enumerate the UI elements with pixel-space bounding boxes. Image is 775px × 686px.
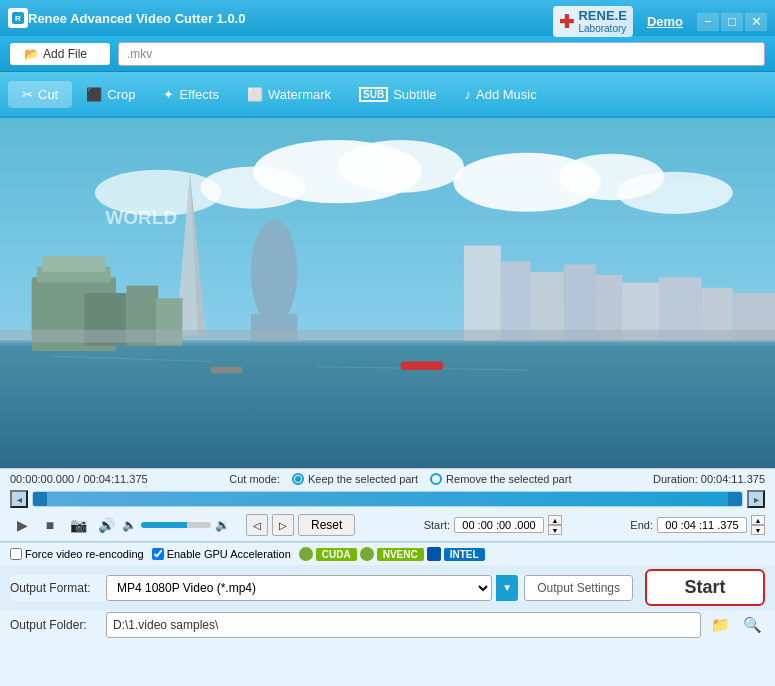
cut-label: Cut <box>38 87 58 102</box>
svg-rect-27 <box>564 265 596 341</box>
start-time-down[interactable]: ▼ <box>548 525 562 535</box>
add-file-button[interactable]: 📂 Add File <box>10 43 110 65</box>
remove-selected-option[interactable]: Remove the selected part <box>430 473 571 485</box>
end-time-down[interactable]: ▼ <box>751 525 765 535</box>
output-settings-button[interactable]: Output Settings <box>524 575 633 601</box>
end-time-input[interactable] <box>657 517 747 533</box>
brand-name-line2: Laboratory <box>578 23 626 34</box>
timeline-right-arrow[interactable]: ▸ <box>747 490 765 508</box>
maximize-button[interactable]: □ <box>721 13 743 31</box>
volume-down-icon: 🔈 <box>122 518 137 532</box>
playback-controls: ▶ ■ 📷 🔊 🔈 🔉 ◁ ▷ Reset Start: ▲ ▼ End: ▲ … <box>10 511 765 539</box>
cut-mode-label: Cut mode: <box>229 473 280 485</box>
minimize-button[interactable]: − <box>697 13 719 31</box>
add-music-tool[interactable]: ♪ Add Music <box>451 81 551 108</box>
brand-name-text: RENE.E Laboratory <box>578 9 626 34</box>
top-bar: 📂 Add File .mkv <box>0 36 775 72</box>
duration-value: 00:04:11.375 <box>701 473 765 485</box>
close-button[interactable]: ✕ <box>745 13 767 31</box>
keep-selected-radio[interactable] <box>292 473 304 485</box>
watermark-tool[interactable]: ⬜ Watermark <box>233 81 345 108</box>
svg-point-9 <box>617 172 733 214</box>
cut-icon: ✂ <box>22 87 33 102</box>
format-arrow-button[interactable]: ▼ <box>496 575 518 601</box>
brand-area: ✚ RENE.E Laboratory Demo − □ ✕ <box>553 6 767 37</box>
end-time-up[interactable]: ▲ <box>751 515 765 525</box>
brand-plus-icon: ✚ <box>559 11 574 33</box>
stop-button[interactable]: ■ <box>38 513 62 537</box>
music-icon: ♪ <box>465 87 472 102</box>
timeline-row: ◂ ▸ <box>10 489 765 509</box>
brand-name-line1: RENE.E <box>578 9 626 23</box>
effects-tool[interactable]: ✦ Effects <box>149 81 233 108</box>
duration-label: Duration: <box>653 473 698 485</box>
effects-icon: ✦ <box>163 87 174 102</box>
file-path-text: .mkv <box>127 47 152 61</box>
app-icon: R <box>8 8 28 28</box>
brand-logo: ✚ RENE.E Laboratory <box>553 6 632 37</box>
subtitle-label: Subtitle <box>393 87 436 102</box>
timeline-left-arrow[interactable]: ◂ <box>10 490 28 508</box>
svg-rect-34 <box>401 362 443 370</box>
add-music-label: Add Music <box>476 87 537 102</box>
start-time-label: Start: <box>424 519 450 531</box>
search-button[interactable]: 🔍 <box>739 612 765 638</box>
volume-slider[interactable] <box>141 522 211 528</box>
cut-tool[interactable]: ✂ Cut <box>8 81 72 108</box>
format-select[interactable]: MP4 1080P Video (*.mp4) <box>106 575 492 601</box>
time-total-value: 00:04:11.375 <box>83 473 147 485</box>
toolbar: ✂ Cut ⬛ Crop ✦ Effects ⬜ Watermark SUB S… <box>0 72 775 118</box>
svg-rect-33 <box>0 330 775 343</box>
keep-selected-option[interactable]: Keep the selected part <box>292 473 418 485</box>
enable-gpu-checkbox[interactable] <box>152 548 164 560</box>
end-time-spinner[interactable]: ▲ ▼ <box>751 515 765 535</box>
video-preview-svg: WORLD <box>0 118 775 468</box>
snapshot-button[interactable]: 📷 <box>66 513 90 537</box>
start-time-input[interactable] <box>454 517 544 533</box>
reset-button[interactable]: Reset <box>298 514 355 536</box>
force-encoding-label: Force video re-encoding <box>25 548 144 560</box>
browse-folder-button[interactable]: 📁 <box>707 612 733 638</box>
watermark-icon: ⬜ <box>247 87 263 102</box>
demo-link[interactable]: Demo <box>647 14 683 29</box>
nvenc-badge: NVENC <box>377 548 424 561</box>
svg-rect-16 <box>42 256 105 272</box>
window-controls: − □ ✕ <box>697 13 767 31</box>
timeline-handle-right[interactable] <box>728 492 742 506</box>
subtitle-icon: SUB <box>359 87 388 102</box>
enable-gpu-label: Enable GPU Acceleration <box>167 548 291 560</box>
output-format-row: Output Format: MP4 1080P Video (*.mp4) ▼… <box>10 575 633 601</box>
timeline-handle-left[interactable] <box>33 492 47 506</box>
folder-path-input[interactable] <box>106 612 701 638</box>
force-encoding-checkbox[interactable] <box>10 548 22 560</box>
gpu-acceleration-option: Enable GPU Acceleration <box>152 548 291 560</box>
prev-frame-button[interactable]: ◁ <box>246 514 268 536</box>
end-time-group: End: ▲ ▼ <box>630 515 765 535</box>
svg-text:R: R <box>15 14 21 23</box>
crop-tool[interactable]: ⬛ Crop <box>72 81 149 108</box>
next-frame-button[interactable]: ▷ <box>272 514 294 536</box>
intel-badge: INTEL <box>444 548 485 561</box>
remove-selected-label: Remove the selected part <box>446 473 571 485</box>
remove-selected-radio[interactable] <box>430 473 442 485</box>
format-start-row: Output Format: MP4 1080P Video (*.mp4) ▼… <box>0 565 775 610</box>
effects-label: Effects <box>179 87 219 102</box>
start-time-up[interactable]: ▲ <box>548 515 562 525</box>
add-file-label: Add File <box>43 47 87 61</box>
timeline-scrubber[interactable] <box>32 491 743 507</box>
play-button[interactable]: ▶ <box>10 513 34 537</box>
nvenc-icon <box>360 547 374 561</box>
start-time-group: Start: ▲ ▼ <box>424 515 562 535</box>
volume-button[interactable]: 🔊 <box>94 513 118 537</box>
bottom-section: Force video re-encoding Enable GPU Accel… <box>0 541 775 644</box>
cuda-icon <box>299 547 313 561</box>
video-preview-container: WORLD <box>0 118 775 468</box>
file-path-display: .mkv <box>118 42 765 66</box>
start-time-spinner[interactable]: ▲ ▼ <box>548 515 562 535</box>
gpu-badges: CUDA NVENC INTEL <box>299 547 485 561</box>
start-button[interactable]: Start <box>645 569 765 606</box>
svg-rect-35 <box>211 367 243 373</box>
format-label: Output Format: <box>10 581 100 595</box>
subtitle-tool[interactable]: SUB Subtitle <box>345 81 451 108</box>
cuda-badge: CUDA <box>316 548 357 561</box>
